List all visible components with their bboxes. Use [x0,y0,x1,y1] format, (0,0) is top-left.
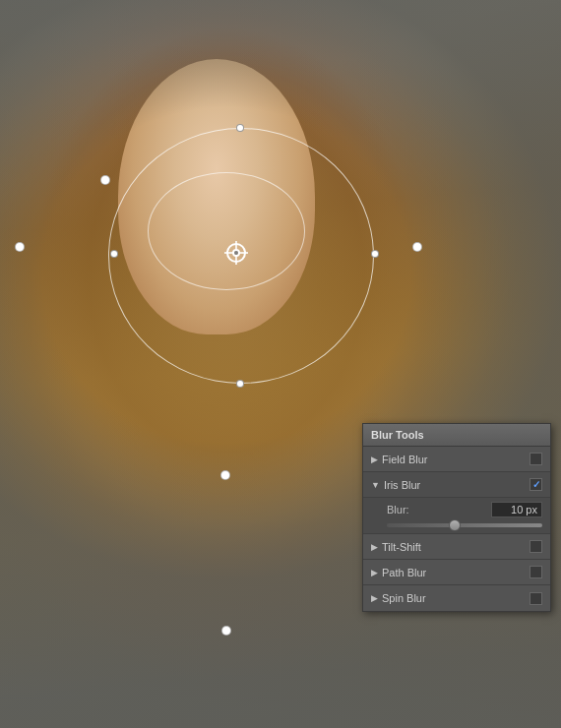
face [118,59,315,334]
tilt-shift-row[interactable]: ▶ Tilt-Shift [363,534,550,560]
control-point-left[interactable] [110,250,118,258]
control-point-right[interactable] [371,250,379,258]
tilt-shift-label: Tilt-Shift [382,541,530,553]
blur-slider-track[interactable] [387,523,542,527]
blur-slider-thumb[interactable] [449,519,461,531]
iris-blur-label: Iris Blur [384,479,530,491]
spin-blur-checkbox[interactable] [530,592,542,605]
field-blur-label: Field Blur [382,454,530,465]
path-blur-row[interactable]: ▶ Path Blur [363,560,550,585]
blur-control-label: Blur: [387,504,418,516]
path-blur-label: Path Blur [382,567,530,578]
blur-value-input[interactable] [491,502,542,517]
control-point-top[interactable] [236,124,244,132]
canvas-area [0,0,561,728]
spin-blur-label: Spin Blur [382,592,530,604]
field-blur-row[interactable]: ▶ Field Blur [363,447,550,472]
control-point-bottom[interactable] [236,380,244,388]
field-blur-checkbox[interactable] [530,453,542,465]
iris-blur-expanded: Blur: [363,498,550,534]
spin-blur-row[interactable]: ▶ Spin Blur [363,585,550,611]
iris-blur-arrow: ▼ [371,480,380,490]
blur-control-row: Blur: [363,498,550,521]
tilt-shift-checkbox[interactable] [530,540,542,553]
field-blur-arrow: ▶ [371,455,378,464]
iris-blur-checkbox[interactable] [530,478,542,491]
path-blur-arrow: ▶ [371,568,378,577]
blur-slider-row[interactable] [363,521,550,533]
iris-blur-row[interactable]: ▼ Iris Blur [363,472,550,498]
spin-blur-arrow: ▶ [371,593,378,603]
tilt-shift-arrow: ▶ [371,542,378,552]
path-blur-checkbox[interactable] [530,566,542,578]
panel-title: Blur Tools [371,429,424,441]
blur-tools-panel: Blur Tools ▶ Field Blur ▼ Iris Blur Blur… [362,423,551,612]
panel-header: Blur Tools [363,424,550,447]
